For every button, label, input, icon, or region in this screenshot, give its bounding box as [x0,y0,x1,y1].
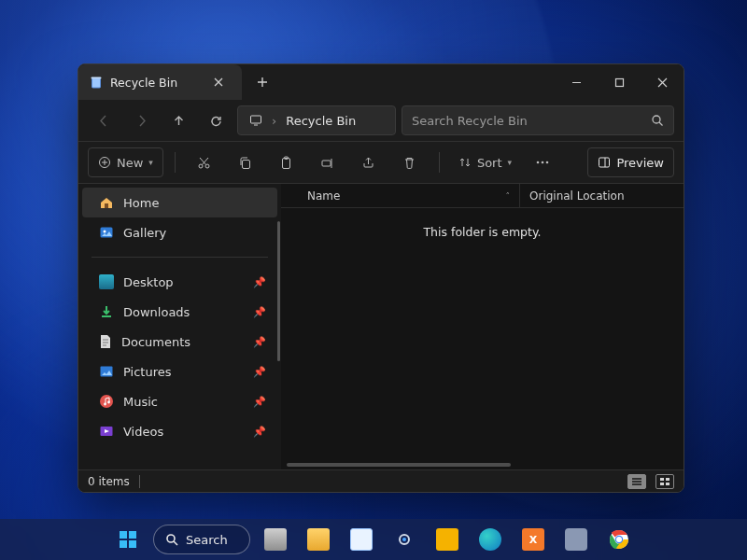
recycle-bin-icon [350,528,373,551]
details-view-toggle[interactable] [627,474,646,489]
search-input[interactable]: Search Recycle Bin [402,105,674,135]
svg-rect-24 [666,478,669,481]
recycle-bin-icon [90,76,103,89]
breadcrumb[interactable]: › Recycle Bin [237,105,396,135]
share-button[interactable] [351,147,387,177]
start-button[interactable] [110,524,146,555]
thumbnails-view-toggle[interactable] [655,474,674,489]
item-count: 0 items [88,475,130,488]
taskbar-xampp[interactable]: X [515,524,551,555]
arrow-up-icon [172,114,186,128]
svg-rect-8 [243,160,250,168]
search-icon [651,114,664,127]
sidebar-item-desktop[interactable]: Desktop 📌 [82,267,277,297]
preview-pane-icon [598,156,611,169]
svg-point-31 [167,535,175,542]
copy-button[interactable] [228,147,263,177]
chevron-right-icon: › [272,114,276,128]
taskbar-file-explorer[interactable] [301,524,336,555]
taskbar-search-label: Search [186,533,228,547]
pin-icon[interactable]: 📌 [253,366,266,378]
svg-rect-1 [92,77,102,79]
taskbar-search[interactable]: Search [153,525,250,554]
svg-point-20 [104,403,106,406]
taskbar-edge[interactable] [472,524,508,555]
sidebar-scrollbar[interactable] [277,221,280,361]
new-tab-button[interactable] [242,64,283,100]
chevron-down-icon: ▾ [508,158,513,167]
svg-rect-11 [322,161,331,166]
details-view-icon [632,478,641,485]
new-button[interactable]: New ▾ [88,147,163,177]
svg-rect-26 [666,483,669,485]
forward-button[interactable] [125,105,157,135]
rename-button[interactable] [310,147,345,177]
pin-icon[interactable]: 📌 [253,396,266,408]
plus-icon [257,77,268,88]
home-icon [99,195,114,210]
status-bar: 0 items [78,469,684,492]
thumbnails-view-icon [660,478,669,485]
svg-point-14 [546,161,549,164]
sidebar-item-home[interactable]: Home [82,188,277,217]
up-button[interactable] [162,105,194,135]
taskbar-app-2[interactable] [558,524,594,555]
empty-message: This folder is empty. [423,225,541,458]
pin-icon[interactable]: 📌 [253,336,266,348]
minimize-button[interactable] [555,64,598,100]
pin-icon[interactable]: 📌 [253,306,266,318]
horizontal-scrollbar-thumb[interactable] [287,463,511,467]
documents-icon [99,334,112,349]
xampp-icon: X [522,528,544,551]
column-original-location[interactable]: Original Location [520,184,684,207]
svg-rect-15 [599,158,610,167]
horizontal-scrollbar-track[interactable] [281,458,684,469]
folder-icon [307,528,330,551]
pin-icon[interactable]: 📌 [253,426,266,438]
sort-button[interactable]: Sort ▾ [451,147,519,177]
sidebar-item-pictures[interactable]: Pictures 📌 [82,357,277,386]
sidebar-item-gallery[interactable]: Gallery [82,217,277,247]
tab-close-button[interactable] [208,72,229,92]
column-headers: Name ˄ Original Location [281,184,684,208]
sidebar-item-music[interactable]: Music 📌 [82,386,277,416]
paste-button[interactable] [269,147,304,177]
back-button[interactable] [88,105,120,135]
windows-icon [119,530,137,549]
sidebar-item-downloads[interactable]: Downloads 📌 [82,297,277,327]
more-button[interactable] [525,147,560,177]
task-view-icon [264,528,287,551]
command-bar: New ▾ Sort ▾ [78,141,684,184]
taskbar-chrome[interactable] [601,524,637,555]
tab-recycle-bin[interactable]: Recycle Bin [78,64,242,100]
svg-rect-25 [660,483,664,485]
taskbar-app-1[interactable] [430,524,465,555]
taskbar-settings[interactable] [387,524,422,555]
cut-button[interactable] [187,147,222,177]
window-close-button[interactable] [641,64,684,100]
svg-rect-30 [129,540,136,548]
svg-point-4 [653,116,660,123]
sidebar-item-videos[interactable]: Videos 📌 [82,416,277,446]
delete-button[interactable] [392,147,428,177]
preview-button[interactable]: Preview [587,147,674,177]
svg-point-13 [542,161,544,164]
column-name[interactable]: Name ˄ [281,184,520,207]
maximize-button[interactable] [598,64,641,100]
gallery-icon [99,225,114,240]
chevron-down-icon: ▾ [148,158,153,167]
svg-rect-28 [129,531,136,539]
svg-rect-0 [92,78,101,88]
svg-rect-27 [120,531,127,539]
taskbar-recycle-bin[interactable] [344,524,379,555]
edge-icon [479,528,501,551]
svg-point-12 [537,161,540,164]
svg-point-7 [205,164,209,168]
task-view-button[interactable] [258,524,293,555]
pin-icon[interactable]: 📌 [253,276,266,288]
microphone-icon [565,528,587,551]
sidebar-item-documents[interactable]: Documents 📌 [82,327,277,357]
svg-rect-23 [660,478,664,481]
maximize-icon [614,77,625,88]
refresh-button[interactable] [200,105,232,135]
